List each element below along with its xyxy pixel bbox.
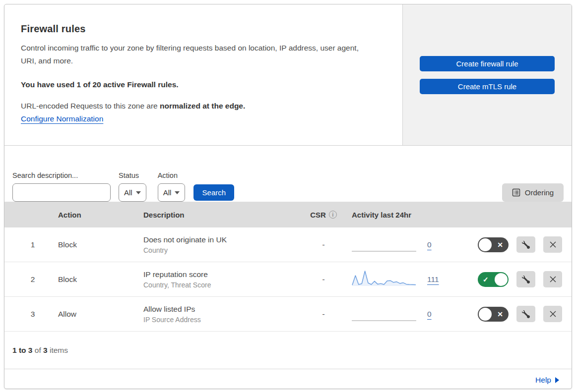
rule-enabled-toggle[interactable]: ✓ ✕ [478, 307, 509, 322]
wrench-icon [522, 241, 530, 249]
rule-fields: Country [143, 246, 299, 254]
x-icon: ✕ [497, 237, 503, 252]
create-firewall-rule-button[interactable]: Create firewall rule [420, 56, 555, 71]
delete-rule-button[interactable] [543, 271, 562, 287]
check-icon: ✓ [483, 272, 489, 287]
activity-sparkline [352, 235, 416, 255]
wrench-icon [522, 310, 530, 318]
search-input[interactable] [22, 184, 121, 201]
pagination-items-label: items [50, 346, 68, 355]
create-mtls-rule-button[interactable]: Create mTLS rule [420, 79, 555, 94]
rule-csr: - [299, 240, 348, 249]
status-select-value: All [124, 188, 132, 197]
edit-rule-button[interactable] [516, 236, 535, 253]
info-icon[interactable]: i [329, 211, 337, 219]
filter-bar: Search description... Status All Action … [4, 146, 572, 202]
rule-enabled-toggle[interactable]: ✓ ✕ [478, 237, 509, 252]
rule-description: IP reputation score [143, 270, 299, 279]
edit-rule-button[interactable] [516, 306, 535, 322]
normalization-note: URL-encoded Requests to this zone are no… [21, 102, 383, 111]
rule-priority: 3 [4, 310, 54, 319]
chevron-down-icon [175, 191, 180, 194]
action-column-header: Action [54, 211, 139, 219]
table-row: 1 Block Does not originate in UK Country… [4, 227, 572, 262]
rule-csr: - [299, 310, 348, 319]
rule-description: Does not originate in UK [143, 235, 299, 244]
status-select[interactable]: All [119, 183, 146, 202]
pagination-of: of [35, 346, 41, 355]
description-column-header: Description [139, 211, 299, 219]
delete-rule-button[interactable] [543, 236, 562, 253]
rule-enabled-toggle[interactable]: ✓ ✕ [478, 272, 509, 287]
activity-sparkline [352, 270, 416, 289]
delete-rule-button[interactable] [543, 306, 562, 322]
close-icon [549, 276, 557, 283]
pagination-summary: 1 to 3 of 3 items [4, 332, 572, 369]
action-select[interactable]: All [158, 183, 186, 202]
ordering-button[interactable]: Ordering [502, 183, 564, 202]
help-link-label: Help [535, 376, 551, 385]
search-button[interactable]: Search [193, 184, 234, 201]
rule-csr: - [299, 275, 348, 284]
rule-priority: 1 [4, 240, 54, 249]
create-actions-panel: Create firewall rule Create mTLS rule [402, 4, 572, 145]
edit-rule-button[interactable] [516, 271, 535, 287]
table-row: 2 Block IP reputation score Country, Thr… [4, 262, 572, 297]
arrow-right-icon [555, 377, 559, 383]
help-link[interactable]: Help [535, 376, 559, 385]
pagination-total: 3 [43, 346, 48, 355]
toggle-knob [479, 238, 492, 251]
rule-fields: IP Source Address [143, 316, 299, 324]
usage-summary: You have used 1 of 20 active Firewall ru… [21, 80, 383, 89]
firewall-rules-card: Firewall rules Control incoming traffic … [4, 4, 572, 389]
search-input-wrapper [12, 183, 111, 202]
table-header-row: Action Description CSR i Activity last 2… [4, 202, 572, 227]
close-icon [549, 310, 557, 318]
ordering-list-icon [512, 188, 520, 197]
activity-column-header: Activity last 24hr [348, 211, 471, 219]
activity-count-link[interactable]: 0 [427, 310, 432, 319]
csr-column-header: CSR i [299, 211, 348, 219]
activity-count-link[interactable]: 0 [427, 240, 432, 249]
pagination-range: 1 to 3 [12, 346, 32, 355]
action-label: Action [158, 171, 186, 179]
activity-count-link[interactable]: 111 [427, 275, 439, 284]
rule-fields: Country, Threat Score [143, 281, 299, 289]
activity-sparkline [352, 304, 416, 324]
close-icon [549, 241, 557, 248]
rule-action: Block [54, 240, 139, 249]
page-description: Control incoming traffic to your zone by… [21, 42, 373, 67]
normalization-note-prefix: URL-encoded Requests to this zone are [21, 102, 160, 110]
intro-section: Firewall rules Control incoming traffic … [4, 4, 572, 146]
rule-action: Block [54, 275, 139, 284]
page-title: Firewall rules [21, 23, 383, 35]
x-icon: ✕ [497, 307, 503, 322]
search-label: Search description... [12, 171, 111, 179]
toggle-knob [495, 273, 508, 286]
toggle-knob [479, 308, 492, 321]
ordering-button-label: Ordering [525, 188, 554, 197]
action-select-value: All [163, 188, 172, 197]
wrench-icon [522, 276, 530, 283]
csr-column-header-label: CSR [310, 211, 326, 219]
help-bar: Help [4, 369, 572, 389]
chevron-down-icon [136, 191, 141, 194]
rule-action: Allow [54, 310, 139, 319]
intro-text: Firewall rules Control incoming traffic … [4, 4, 402, 145]
rule-description: Allow listed IPs [143, 305, 299, 314]
rule-priority: 2 [4, 275, 54, 284]
table-row: 3 Allow Allow listed IPs IP Source Addre… [4, 297, 572, 332]
status-label: Status [119, 171, 146, 179]
normalization-note-bold: normalized at the edge. [160, 102, 245, 110]
configure-normalization-link[interactable]: Configure Normalization [21, 114, 103, 123]
